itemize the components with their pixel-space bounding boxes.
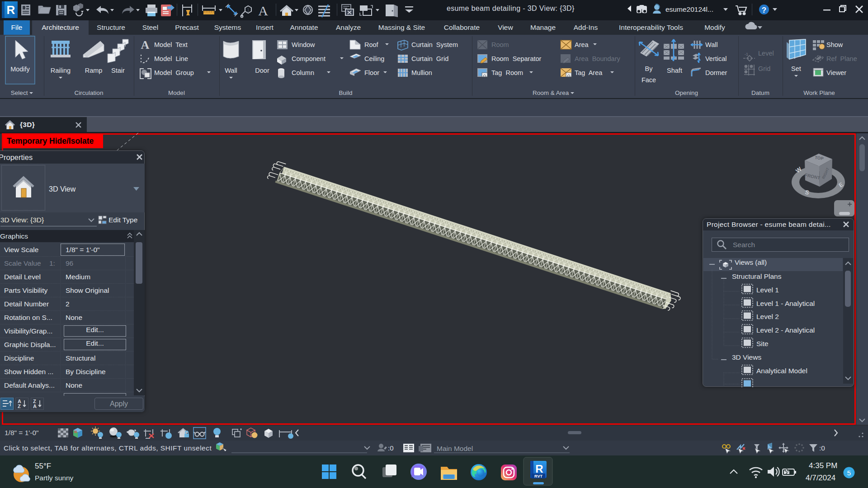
svg-text:A: A [258,3,268,18]
svg-text:R: R [7,3,15,17]
svg-text:RVT: RVT [534,474,542,479]
svg-text:-1: -1 [745,52,748,56]
svg-text:A: A [141,38,150,52]
svg-text:R: R [535,463,543,475]
svg-text:1: 1 [247,7,250,13]
svg-text:?: ? [762,6,766,14]
svg-text::0: :0 [388,444,394,452]
svg-text:5: 5 [847,469,851,477]
svg-text:Z: Z [18,404,21,409]
svg-text:A: A [33,404,37,409]
